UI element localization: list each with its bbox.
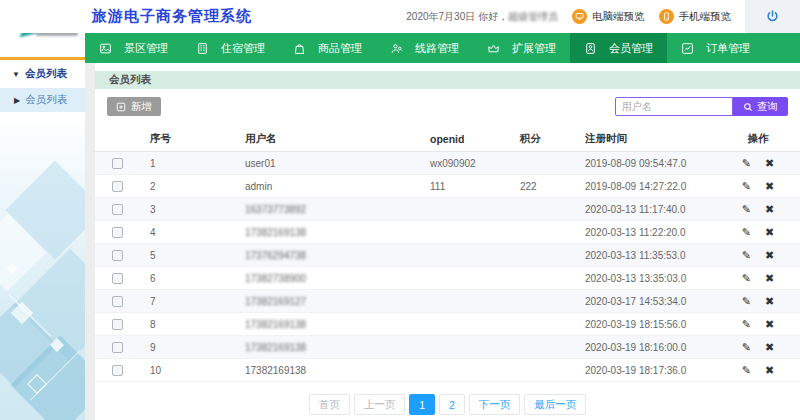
cell-ops: ✎✖ xyxy=(730,181,800,192)
cell-time: 2019-08-09 14:27:22.0 xyxy=(575,181,730,192)
nav-item-route[interactable]: 线路管理 xyxy=(376,33,473,63)
table-row: 4173821691382020-03-13 11:22:20.0✎✖ xyxy=(95,221,800,244)
search-icon xyxy=(743,102,753,112)
add-button[interactable]: 新增 xyxy=(107,97,161,116)
nav-item-lodging[interactable]: 住宿管理 xyxy=(182,33,279,63)
edit-icon[interactable]: ✎ xyxy=(742,250,751,261)
table-row: 7173821691272020-03-17 14:53:34.0✎✖ xyxy=(95,290,800,313)
toolbar: 新增 查询 xyxy=(95,96,800,117)
delete-icon[interactable]: ✖ xyxy=(765,227,774,238)
cell-ops: ✎✖ xyxy=(730,227,800,238)
breadcrumb: 会员列表 xyxy=(95,71,800,89)
cell-ops: ✎✖ xyxy=(730,158,800,169)
edit-icon[interactable]: ✎ xyxy=(742,181,751,192)
delete-icon[interactable]: ✖ xyxy=(765,181,774,192)
nav-item-extension[interactable]: 扩展管理 xyxy=(473,33,570,63)
search-button[interactable]: 查询 xyxy=(733,97,788,116)
delete-icon[interactable]: ✖ xyxy=(765,365,774,376)
delete-icon[interactable]: ✖ xyxy=(765,250,774,261)
sidebar-item-member-list[interactable]: ▶ 会员列表 xyxy=(0,88,85,112)
date-greeting: 2020年7月30日 你好，超级管理员 xyxy=(406,10,558,24)
pagination-prev[interactable]: 上一页 xyxy=(354,394,406,415)
row-checkbox[interactable] xyxy=(112,273,123,284)
edit-icon[interactable]: ✎ xyxy=(742,227,751,238)
pagination-page-2[interactable]: 2 xyxy=(439,394,465,415)
row-checkbox[interactable] xyxy=(112,365,123,376)
cell-no: 2 xyxy=(140,181,235,192)
chevron-down-icon: ▼ xyxy=(12,70,20,79)
nav-label: 订单管理 xyxy=(706,41,750,56)
edit-icon[interactable]: ✎ xyxy=(742,296,751,307)
add-button-label: 新增 xyxy=(131,100,152,114)
lodging-icon xyxy=(196,42,209,55)
edit-icon[interactable]: ✎ xyxy=(742,273,751,284)
cell-username: 16373773892 xyxy=(235,204,420,215)
pc-preview-button[interactable]: 电脑端预览 xyxy=(572,9,645,24)
sidebar-group-member-list[interactable]: ▼ 会员列表 xyxy=(0,62,85,86)
sidebar-decoration xyxy=(0,115,85,420)
chevron-right-icon: ▶ xyxy=(14,96,20,105)
edit-icon[interactable]: ✎ xyxy=(742,158,751,169)
edit-icon[interactable]: ✎ xyxy=(742,365,751,376)
delete-icon[interactable]: ✖ xyxy=(765,342,774,353)
column-header-no: 序号 xyxy=(140,132,235,146)
pagination-next[interactable]: 下一页 xyxy=(469,394,521,415)
table-header: 序号 用户名 openid 积分 注册时间 操作 xyxy=(95,127,800,152)
cell-points: 222 xyxy=(510,181,575,192)
pc-preview-label: 电脑端预览 xyxy=(592,10,645,24)
edit-icon[interactable]: ✎ xyxy=(742,204,751,215)
row-checkbox[interactable] xyxy=(112,342,123,353)
sidebar: ▼ 会员列表 ▶ 会员列表 xyxy=(0,0,85,420)
search-area: 查询 xyxy=(615,97,788,116)
cell-username: 17382738900 xyxy=(235,273,420,284)
row-checkbox[interactable] xyxy=(112,227,123,238)
table-row: 1user01wx0909022019-08-09 09:54:47.0✎✖ xyxy=(95,152,800,175)
row-checkbox[interactable] xyxy=(112,204,123,215)
cell-ops: ✎✖ xyxy=(730,204,800,215)
goods-icon xyxy=(293,42,306,55)
cell-no: 1 xyxy=(140,158,235,169)
cell-ops: ✎✖ xyxy=(730,319,800,330)
cell-openid: 111 xyxy=(420,181,510,192)
sidebar-group-label: 会员列表 xyxy=(25,67,67,81)
nav-label: 住宿管理 xyxy=(221,41,265,56)
nav-item-order[interactable]: 订单管理 xyxy=(667,33,764,63)
delete-icon[interactable]: ✖ xyxy=(765,158,774,169)
extension-icon xyxy=(487,42,500,55)
pagination-first[interactable]: 首页 xyxy=(309,394,350,415)
sidebar-item-label: 会员列表 xyxy=(25,93,67,107)
nav-label: 扩展管理 xyxy=(512,41,556,56)
nav-item-member[interactable]: 会员管理 xyxy=(570,33,667,63)
pagination-page-1[interactable]: 1 xyxy=(409,394,435,415)
cell-no: 10 xyxy=(140,365,235,376)
nav-item-scenic[interactable]: 景区管理 xyxy=(85,33,182,63)
edit-icon[interactable]: ✎ xyxy=(742,319,751,330)
search-input[interactable] xyxy=(615,97,733,116)
table-row: 6173827389002020-03-13 13:35:03.0✎✖ xyxy=(95,267,800,290)
cell-ops: ✎✖ xyxy=(730,342,800,353)
delete-icon[interactable]: ✖ xyxy=(765,319,774,330)
cell-username: 17382169138 xyxy=(235,342,420,353)
header-right: 2020年7月30日 你好，超级管理员 电脑端预览 手机端预览 xyxy=(406,0,800,33)
delete-icon[interactable]: ✖ xyxy=(765,296,774,307)
row-checkbox[interactable] xyxy=(112,296,123,307)
row-checkbox[interactable] xyxy=(112,319,123,330)
cell-no: 9 xyxy=(140,342,235,353)
pagination-last[interactable]: 最后一页 xyxy=(524,394,586,415)
edit-icon[interactable]: ✎ xyxy=(742,342,751,353)
row-checkbox[interactable] xyxy=(112,158,123,169)
delete-icon[interactable]: ✖ xyxy=(765,273,774,284)
cell-no: 8 xyxy=(140,319,235,330)
logout-button[interactable] xyxy=(745,0,800,33)
cell-ops: ✎✖ xyxy=(730,365,800,376)
header: 旅游电子商务管理系统 2020年7月30日 你好，超级管理员 电脑端预览 手机端… xyxy=(0,0,800,33)
cell-no: 4 xyxy=(140,227,235,238)
cell-time: 2020-03-19 18:17:36.0 xyxy=(575,365,730,376)
layout-gap xyxy=(85,63,95,420)
delete-icon[interactable]: ✖ xyxy=(765,204,774,215)
row-checkbox[interactable] xyxy=(112,250,123,261)
mobile-preview-button[interactable]: 手机端预览 xyxy=(659,9,732,24)
row-checkbox[interactable] xyxy=(112,181,123,192)
order-icon xyxy=(681,42,694,55)
nav-item-goods[interactable]: 商品管理 xyxy=(279,33,376,63)
